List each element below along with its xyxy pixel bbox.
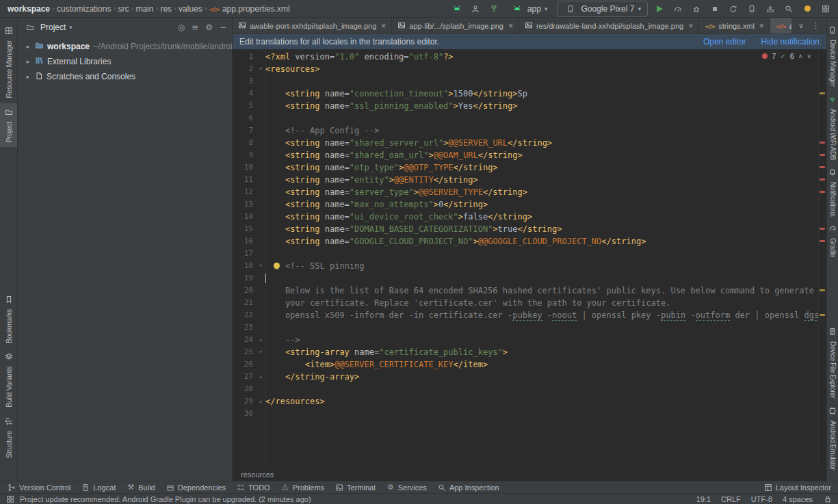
more-tool-windows-icon[interactable] (819, 2, 833, 16)
hidden-tabs-icon[interactable]: ∨ (798, 21, 804, 30)
code-line[interactable]: 3 (233, 75, 818, 88)
code-line[interactable]: 13 <string name="max_no_attempts">0</str… (233, 198, 818, 211)
debug-icon[interactable] (690, 2, 703, 16)
warning-stripe-mark[interactable] (820, 92, 825, 94)
hide-notification-link[interactable]: Hide notification (761, 37, 820, 47)
code-line[interactable]: 18▾ <!-- SSL pinning (233, 260, 818, 272)
tool-window-bar-item-services[interactable]: ⚙Services (386, 483, 427, 492)
inspection-widget[interactable]: 7 ✓ 6 ∧ ∨ (759, 51, 814, 61)
tool-window-button-device-manager[interactable]: Device Manager (827, 22, 838, 91)
collapse-all-icon[interactable]: ≡ (192, 23, 198, 32)
warning-stripe-mark[interactable] (820, 314, 825, 316)
stop-icon[interactable] (708, 2, 722, 16)
tool-window-bar-item-logcat[interactable]: Logcat (81, 483, 116, 492)
device-manager-icon[interactable] (745, 2, 759, 16)
code-line[interactable]: 5 <string name="ssl_pinning_enabled">Yes… (233, 100, 818, 112)
breadcrumb-item-app-properties-xml[interactable]: </>app.properties.xml (207, 4, 292, 14)
code-line[interactable]: 20 Below is the list of Base 64 encoded … (233, 284, 818, 297)
error-stripe-mark[interactable] (820, 240, 825, 242)
run-button[interactable] (653, 2, 666, 16)
tree-item-workspace[interactable]: ▸workspace ~/Android Projects/trunk/mobi… (18, 39, 232, 54)
code-line[interactable]: 9 <string name="shared_oam_url">@@OAM_UR… (233, 149, 818, 161)
code-line[interactable]: 27▴ </string-array> (233, 371, 818, 383)
close-tab-icon[interactable]: × (381, 21, 386, 31)
code-line[interactable]: 8 <string name="shared_server_url">@@SER… (233, 137, 818, 149)
tool-window-bar-item-version-control[interactable]: Version Control (7, 483, 70, 492)
close-tab-icon[interactable]: × (759, 21, 764, 31)
tool-window-button-android-emulator[interactable]: Android Emulator (827, 403, 838, 474)
build-hammer-icon[interactable] (487, 2, 501, 16)
error-stripe-mark[interactable] (820, 178, 825, 181)
error-stripe-scrollbar[interactable] (818, 49, 826, 468)
indent-style[interactable]: 4 spaces (783, 495, 813, 503)
breadcrumb-item-customizations[interactable]: customizations (55, 4, 113, 14)
code-line[interactable]: 24▴ --> (233, 334, 818, 346)
panel-title[interactable]: Project (40, 23, 66, 32)
caret-position[interactable]: 19:1 (696, 495, 711, 503)
tool-window-bar-item-dependencies[interactable]: Dependencies (166, 483, 226, 492)
tool-window-button-structure[interactable]: Structure (0, 412, 17, 463)
breadcrumb-item-res[interactable]: res (158, 4, 174, 14)
code-line[interactable]: 12 <string name="server_type">@@SERVER_T… (233, 186, 818, 198)
code-line[interactable]: 25▾ <string-array name="certificate_publ… (233, 346, 818, 358)
editor-breadcrumb[interactable]: resources (233, 468, 826, 481)
code-line[interactable]: 29▴</resources> (233, 395, 818, 408)
code-line[interactable]: 21 your certificate. Replace 'certificat… (233, 297, 818, 309)
chevron-right-icon[interactable]: ▸ (25, 43, 31, 50)
code-line[interactable]: 14 <string name="ui_device_root_check">f… (233, 211, 818, 223)
error-stripe-mark[interactable] (820, 166, 825, 168)
code-line[interactable]: 17 (233, 248, 818, 260)
fold-marker-icon[interactable]: ▴ (256, 371, 265, 383)
hide-panel-icon[interactable]: − (220, 23, 226, 32)
device-select[interactable]: Google Pixel 7 ▾ (557, 1, 648, 17)
code-line[interactable]: 15 <string name="DOMAIN_BASED_CATEGORIZA… (233, 223, 818, 235)
gradle-sync-icon[interactable] (726, 2, 740, 16)
breadcrumb-item-workspace[interactable]: workspace (5, 4, 52, 14)
code-line[interactable]: 11 <string name="entity">@@ENTITY</strin… (233, 174, 818, 186)
tool-window-button-notifications[interactable]: Notifications (827, 164, 838, 221)
code-line[interactable]: 10 <string name="otp_type">@@OTP_TYPE</s… (233, 161, 818, 174)
locate-file-icon[interactable]: ◎ (178, 23, 185, 32)
error-stripe-mark[interactable] (820, 154, 825, 156)
tool-window-button-resource-manager[interactable]: Resource Manager (0, 22, 17, 103)
readonly-lock-icon[interactable] (823, 494, 833, 504)
tool-window-button-gradle[interactable]: Gradle (827, 220, 838, 261)
fold-marker-icon[interactable]: ▴ (256, 395, 265, 408)
fold-marker-icon[interactable]: ▾ (256, 63, 265, 75)
code-line[interactable]: 19 (233, 272, 818, 284)
error-stripe-mark[interactable] (820, 228, 825, 230)
sdk-manager-icon[interactable] (763, 2, 777, 16)
fold-marker-icon[interactable]: ▾ (256, 260, 265, 272)
breadcrumb-resources[interactable]: resources (241, 470, 274, 479)
tool-window-button-bookmarks[interactable]: Bookmarks (0, 291, 17, 348)
update-indicator-icon[interactable] (800, 2, 814, 16)
code-line[interactable]: 26 <item>@@SERVER_CERTIFICATE_KEY</item> (233, 358, 818, 371)
code-line[interactable]: 23 (233, 321, 818, 334)
profiler-icon[interactable] (671, 2, 685, 16)
run-configuration-select[interactable]: app ▾ (506, 1, 553, 16)
quick-access-icon[interactable] (5, 494, 15, 504)
editor-tab-app-lib-splash-image-png[interactable]: app-lib/.../splash_image.png× (392, 18, 519, 34)
file-encoding[interactable]: UTF-8 (751, 495, 772, 503)
panel-settings-icon[interactable]: ⚙ (205, 23, 213, 32)
tool-window-bar-item-app-inspection[interactable]: App Inspection (437, 483, 499, 492)
code-line[interactable]: 22 openssl x509 -inform der -in certific… (233, 309, 818, 321)
tool-window-button-build-variants[interactable]: Build Variants (0, 348, 17, 412)
code-line[interactable]: 28 (233, 383, 818, 395)
tool-window-bar-item-terminal[interactable]: Terminal (335, 483, 376, 492)
tab-options-kebab-icon[interactable]: ⋮ (812, 21, 820, 30)
warning-stripe-mark[interactable] (820, 289, 825, 291)
fold-marker-icon[interactable]: ▾ (256, 346, 265, 358)
breadcrumb-item-src[interactable]: src (116, 4, 131, 14)
code-line[interactable]: 2▾<resources> (233, 63, 818, 75)
android-icon[interactable] (450, 2, 464, 16)
tool-window-button-device-file-explorer[interactable]: Device File Explorer (827, 323, 838, 402)
editor-tab-awable-port-xxhdpi-splash-image-png[interactable]: awable-port-xxhdpi/splash_image.png× (233, 18, 392, 34)
breadcrumb-item-values[interactable]: values (176, 4, 205, 14)
tree-item-scratches-and-consoles[interactable]: ▸Scratches and Consoles (18, 69, 232, 84)
code-line[interactable]: 7 <!-- App Config --> (233, 124, 818, 137)
fold-marker-icon[interactable]: ▴ (256, 334, 265, 346)
editor-tab-strings-xml[interactable]: </>strings.xml× (699, 18, 770, 34)
chevron-right-icon[interactable]: ▸ (25, 58, 31, 65)
tool-window-bar-item-todo[interactable]: TODO (236, 483, 270, 492)
